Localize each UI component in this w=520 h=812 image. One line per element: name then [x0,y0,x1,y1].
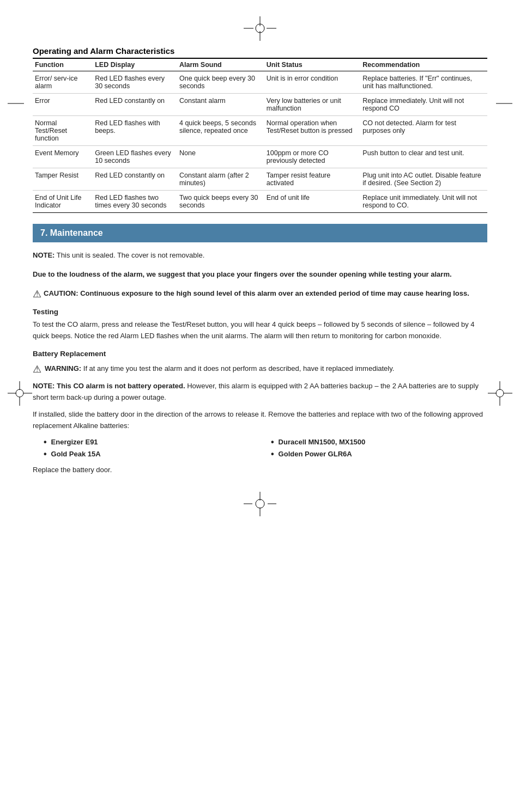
note1-block: NOTE: This unit is sealed. The cover is … [33,250,487,261]
cut-mark-right-top [496,98,512,111]
cell-function: Tamper Resist [33,168,93,191]
warning-text: WARNING: If at any time you test the ala… [45,363,394,374]
table-title: Operating and Alarm Characteristics [33,46,487,59]
cell-status: Tamper resist feature activated [264,168,360,191]
battery-item: Energizer E91 [44,437,260,447]
cell-led: Green LED flashes every 10 seconds [93,146,177,168]
testing-title: Testing [33,308,487,316]
battery-list: Energizer E91Duracell MN1500, MX1500Gold… [44,437,487,459]
cut-mark-right-mid [488,381,512,407]
cell-alarm: Constant alarm (after 2 minutes) [177,168,264,191]
caution-icon: ⚠ [33,289,41,301]
warning-body: If at any time you test the alarm and it… [83,364,395,373]
cell-status: Normal operation when Test/Reset button … [264,116,360,146]
warning-icon: ⚠ [33,364,41,376]
col-status: Unit Status [264,59,360,71]
cell-recommendation: Replace unit immediately. Unit will not … [360,191,487,213]
svg-point-16 [496,389,504,397]
svg-point-21 [256,499,264,508]
table-section: Operating and Alarm Characteristics Func… [33,46,487,213]
cell-led: Red LED flashes every 30 seconds [93,71,177,94]
table-row: Event Memory Green LED flashes every 10 … [33,146,487,168]
table-row: End of Unit Life Indicator Red LED flash… [33,191,487,213]
cell-led: Red LED flashes with beeps. [93,116,177,146]
cell-function: Normal Test/Reset function [33,116,93,146]
cell-recommendation: Plug unit into AC outlet. Disable featur… [360,168,487,191]
cell-status: 100ppm or more CO previously detected [264,146,360,168]
cut-mark-left-top [8,98,24,111]
svg-point-10 [16,389,23,397]
warning-block: ⚠ WARNING: If at any time you test the a… [33,363,487,376]
cut-mark-left-mid [8,381,32,407]
section-7-header: 7. Maintenance [33,224,487,242]
battery-title: Battery Replacement [33,350,487,358]
cell-alarm: Two quick beeps every 30 seconds [177,191,264,213]
table-row: Error Red LED constantly on Constant ala… [33,94,487,116]
table-row: Error/ serv-ice alarm Red LED flashes ev… [33,71,487,94]
reg-mark-top [33,16,487,41]
col-recommendation: Recommendation [360,59,487,71]
cell-alarm: None [177,146,264,168]
section-7-title: 7. Maintenance [40,228,103,237]
note1-text: NOTE: This unit is sealed. The cover is … [33,250,487,261]
bold-note-block: Due to the loudness of the alarm, we sug… [33,269,487,280]
col-alarm: Alarm Sound [177,59,264,71]
caution-block: ⚠ CAUTION: Continuous exposure to the hi… [33,288,487,301]
bold-note-text: Due to the loudness of the alarm, we sug… [33,269,487,280]
note1-bold: NOTE: [33,251,55,259]
cell-status: End of unit life [264,191,360,213]
battery-item: Duracell MN1500, MX1500 [271,437,487,447]
cell-function: Event Memory [33,146,93,168]
caution-label: CAUTION: [44,289,80,297]
table-header-row: Function LED Display Alarm Sound Unit St… [33,59,487,71]
cell-led: Red LED constantly on [93,168,177,191]
table-row: Normal Test/Reset function Red LED flash… [33,116,487,146]
note2-block: NOTE: This CO alarm is not battery opera… [33,381,487,404]
warning-label: WARNING: [45,364,83,373]
cell-recommendation: Replace batteries. If "Err" continues, u… [360,71,487,94]
replace-text: Replace the battery door. [33,465,487,476]
cell-led: Red LED flashes two times every 30 secon… [93,191,177,213]
cell-recommendation: Replace immediately. Unit will not respo… [360,94,487,116]
table-row: Tamper Resist Red LED constantly on Cons… [33,168,487,191]
cell-alarm: One quick beep every 30 seconds [177,71,264,94]
cell-function: Error/ serv-ice alarm [33,71,93,94]
col-function: Function [33,59,93,71]
note2-bold: NOTE: This CO alarm is not battery opera… [33,382,185,390]
alarm-table: Function LED Display Alarm Sound Unit St… [33,59,487,213]
cell-status: Unit is in error condition [264,71,360,94]
note1-rest: This unit is sealed. The cover is not re… [57,251,204,259]
reg-mark-bottom [33,492,487,516]
cell-status: Very low batteries or unit malfunction [264,94,360,116]
testing-body: To test the CO alarm, press and release … [33,319,487,342]
install-text: If installed, slide the battery door in … [33,409,487,432]
cell-function: End of Unit Life Indicator [33,191,93,213]
battery-item: Gold Peak 15A [44,449,260,459]
cell-function: Error [33,94,93,116]
col-led: LED Display [93,59,177,71]
cell-alarm: 4 quick beeps, 5 seconds silence, repeat… [177,116,264,146]
page: Operating and Alarm Characteristics Func… [0,0,520,812]
cell-alarm: Constant alarm [177,94,264,116]
cell-recommendation: CO not detected. Alarm for test purposes… [360,116,487,146]
caution-text: CAUTION: Continuous exposure to the high… [44,288,469,299]
cell-led: Red LED constantly on [93,94,177,116]
caution-body: Continuous exposure to the high sound le… [80,289,469,297]
battery-item: Golden Power GLR6A [271,449,487,459]
cell-recommendation: Push button to clear and test unit. [360,146,487,168]
